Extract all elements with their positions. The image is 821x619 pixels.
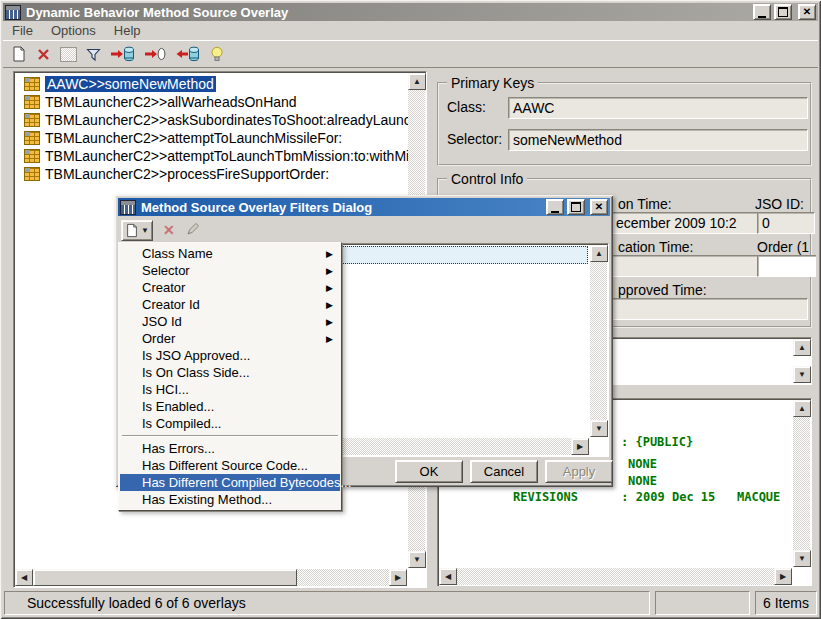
filter-type-menu: Class Name▶ Selector▶ Creator▶ Creator I… bbox=[118, 242, 342, 511]
scroll-right-button[interactable]: ▶ bbox=[571, 438, 589, 455]
method-list-item[interactable]: TBMLauncherC2>>allWarheadsOnHand bbox=[14, 93, 426, 111]
method-list-item[interactable]: AAWC>>someNewMethod bbox=[14, 75, 426, 93]
filter-list-vertical-scrollbar[interactable]: ▲ ▼ bbox=[590, 245, 607, 437]
scroll-left-button[interactable]: ◀ bbox=[15, 569, 33, 586]
scroll-up-button[interactable]: ▲ bbox=[793, 339, 811, 356]
scroll-track[interactable] bbox=[457, 568, 774, 585]
comment-scrollbar[interactable]: ▲ ▼ bbox=[793, 339, 810, 383]
menu-help[interactable]: Help bbox=[105, 22, 150, 39]
scroll-up-button[interactable]: ▲ bbox=[590, 245, 608, 262]
method-label: TBMLauncherC2>>attemptToLaunchMissileFor… bbox=[45, 130, 342, 146]
items-count: 6 Items bbox=[763, 595, 809, 611]
source-vertical-scrollbar[interactable]: ▲ ▼ bbox=[793, 400, 810, 567]
modification-time-label: cation Time: bbox=[618, 239, 693, 255]
tip-button[interactable] bbox=[209, 44, 225, 64]
method-list-item[interactable]: TBMLauncherC2>>processFireSupportOrder: bbox=[14, 165, 426, 183]
menu-item-creator[interactable]: Creator▶ bbox=[120, 279, 340, 296]
main-menubar: File Options Help bbox=[3, 21, 818, 39]
selector-label: Selector: bbox=[447, 131, 502, 147]
cancel-button[interactable]: Cancel bbox=[470, 460, 538, 483]
menu-item-is-hci[interactable]: Is HCI... bbox=[120, 381, 340, 398]
class-label: Class: bbox=[447, 99, 486, 115]
menu-item-label: Order bbox=[142, 331, 175, 346]
load-overlay-button[interactable] bbox=[110, 44, 135, 64]
menu-item-selector[interactable]: Selector▶ bbox=[120, 262, 340, 279]
method-list-item[interactable]: TBMLauncherC2>>attemptToLaunchMissileFor… bbox=[14, 129, 426, 147]
scroll-up-button[interactable]: ▲ bbox=[408, 73, 426, 90]
scroll-track[interactable] bbox=[793, 417, 810, 550]
edit-filter-button[interactable] bbox=[185, 221, 201, 240]
scroll-track[interactable] bbox=[297, 569, 389, 586]
scroll-up-button[interactable]: ▲ bbox=[793, 400, 811, 417]
dialog-close-button[interactable]: ✕ bbox=[590, 199, 608, 215]
ok-button[interactable]: OK bbox=[395, 460, 463, 483]
menu-options[interactable]: Options bbox=[42, 22, 105, 39]
main-titlebar[interactable]: Dynamic Behavior Method Source Overlay ✕ bbox=[3, 3, 818, 21]
dialog-toolbar: ▼ ✕ bbox=[119, 218, 609, 242]
scroll-down-button[interactable]: ▼ bbox=[793, 550, 811, 567]
main-window-title: Dynamic Behavior Method Source Overlay bbox=[24, 5, 288, 20]
unload-overlay-button[interactable] bbox=[175, 44, 200, 64]
new-filter-icon bbox=[125, 223, 139, 238]
method-icon bbox=[24, 113, 40, 127]
scroll-right-button[interactable]: ▶ bbox=[389, 569, 407, 586]
stamp-button[interactable] bbox=[60, 44, 77, 64]
menu-item-is-compiled[interactable]: Is Compiled... bbox=[120, 415, 340, 432]
method-list-item[interactable]: TBMLauncherC2>>attemptToLaunchTbmMission… bbox=[14, 147, 426, 165]
menu-file[interactable]: File bbox=[3, 22, 42, 39]
stamp-icon bbox=[60, 47, 77, 62]
scroll-left-button[interactable]: ◀ bbox=[439, 568, 457, 585]
method-label: TBMLauncherC2>>allWarheadsOnHand bbox=[45, 94, 297, 110]
dialog-minimize-button[interactable] bbox=[546, 199, 564, 215]
dialog-app-icon bbox=[120, 200, 136, 215]
dynamic-behavior-method-source-overlay-window: Dynamic Behavior Method Source Overlay ✕… bbox=[0, 0, 821, 619]
menu-item-jso-id[interactable]: JSO Id▶ bbox=[120, 313, 340, 330]
order-field[interactable] bbox=[757, 255, 816, 277]
dialog-titlebar[interactable]: Method Source Overlay Filters Dialog ✕ bbox=[118, 198, 610, 216]
scroll-down-button[interactable]: ▼ bbox=[793, 366, 811, 383]
scroll-down-button[interactable]: ▼ bbox=[408, 551, 426, 568]
menu-item-is-enabled[interactable]: Is Enabled... bbox=[120, 398, 340, 415]
method-list-item[interactable]: TBMLauncherC2>>askSubordinatesToShoot:al… bbox=[14, 111, 426, 129]
menu-item-is-jso-approved[interactable]: Is JSO Approved... bbox=[120, 347, 340, 364]
menu-item-label: Is JSO Approved... bbox=[142, 348, 250, 363]
close-button[interactable]: ✕ bbox=[798, 4, 816, 20]
menu-item-label: Creator Id bbox=[142, 297, 200, 312]
menu-item-order[interactable]: Order▶ bbox=[120, 330, 340, 347]
maximize-button[interactable] bbox=[774, 4, 792, 20]
menu-item-has-different-source-code[interactable]: Has Different Source Code... bbox=[120, 457, 340, 474]
delete-overlay-button[interactable] bbox=[36, 44, 51, 64]
new-filter-button[interactable]: ▼ bbox=[121, 220, 153, 241]
main-toolbar bbox=[3, 40, 818, 68]
unload-overlay-icon bbox=[175, 46, 200, 62]
minimize-icon bbox=[551, 202, 559, 213]
menu-item-has-different-compiled-bytecodes[interactable]: Has Different Compiled Bytecodes... bbox=[120, 474, 340, 491]
source-line: NONE bbox=[628, 457, 657, 471]
method-list-horizontal-scrollbar[interactable]: ◀ ▶ bbox=[15, 569, 407, 586]
dialog-maximize-button[interactable] bbox=[567, 199, 585, 215]
scroll-thumb[interactable] bbox=[33, 569, 297, 586]
scroll-track[interactable] bbox=[590, 262, 607, 420]
app-icon bbox=[5, 5, 21, 20]
minimize-button[interactable] bbox=[753, 4, 771, 20]
menu-item-label: Is On Class Side... bbox=[142, 365, 250, 380]
scroll-right-button[interactable]: ▶ bbox=[774, 568, 792, 585]
close-icon: ✕ bbox=[595, 202, 603, 212]
new-overlay-button[interactable] bbox=[11, 44, 27, 64]
new-document-icon bbox=[11, 46, 27, 62]
filter-button[interactable] bbox=[86, 44, 101, 64]
apply-button[interactable]: Apply bbox=[545, 460, 613, 483]
menu-item-creator-id[interactable]: Creator Id▶ bbox=[120, 296, 340, 313]
method-icon bbox=[24, 95, 40, 109]
method-label: TBMLauncherC2>>processFireSupportOrder: bbox=[45, 166, 329, 182]
compare-overlay-button[interactable] bbox=[144, 44, 166, 64]
delete-filter-button[interactable]: ✕ bbox=[163, 222, 175, 238]
primary-keys-title: Primary Keys bbox=[447, 75, 538, 91]
menu-item-has-errors[interactable]: Has Errors... bbox=[120, 440, 340, 457]
menu-item-has-existing-method[interactable]: Has Existing Method... bbox=[120, 491, 340, 508]
menu-item-is-on-class-side[interactable]: Is On Class Side... bbox=[120, 364, 340, 381]
menu-item-class-name[interactable]: Class Name▶ bbox=[120, 245, 340, 262]
source-horizontal-scrollbar[interactable]: ◀ ▶ bbox=[439, 568, 792, 585]
source-line: REVISIONS : 2009 Dec 15 MACQUE bbox=[513, 490, 780, 504]
scroll-down-button[interactable]: ▼ bbox=[590, 420, 608, 437]
